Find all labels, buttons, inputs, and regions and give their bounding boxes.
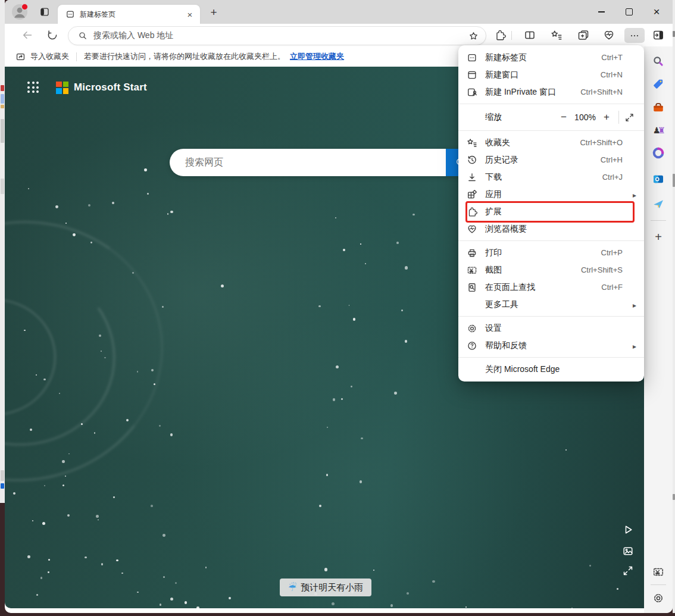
sidebar-shopping-icon[interactable] <box>652 78 664 90</box>
menu-item-downloads[interactable]: 下载 Ctrl+J <box>458 168 644 186</box>
history-icon <box>467 155 477 165</box>
menu-label: 收藏夹 <box>485 137 580 148</box>
menu-label: 打印 <box>485 248 601 258</box>
menu-item-settings[interactable]: 设置 <box>458 320 644 337</box>
back-icon[interactable] <box>21 29 33 41</box>
new-window-icon <box>467 70 477 80</box>
tab-close-icon[interactable] <box>185 9 195 20</box>
close-window-button[interactable] <box>643 0 670 24</box>
sidebar-microsoft365-icon[interactable] <box>652 147 664 159</box>
menu-label: 设置 <box>485 323 635 334</box>
submenu-arrow-icon <box>633 340 636 351</box>
menu-shortcut: Ctrl+T <box>601 53 623 62</box>
favorites-icon <box>467 137 477 148</box>
menu-shortcut: Ctrl+F <box>601 283 623 292</box>
favorite-page-icon[interactable] <box>468 31 479 41</box>
toolbar-divider <box>511 31 512 40</box>
background-image-icon[interactable] <box>622 545 634 557</box>
menu-separator <box>458 316 644 317</box>
zoom-out-button[interactable] <box>556 111 571 123</box>
browser-essentials-icon[interactable] <box>603 29 615 41</box>
workspaces-icon[interactable] <box>39 7 50 17</box>
menu-shortcut: Ctrl+J <box>602 173 623 182</box>
sidebar-drop-icon[interactable] <box>652 198 664 210</box>
sidebar-add-icon[interactable] <box>652 231 664 243</box>
titlebar: 新建标签页 <box>5 0 673 24</box>
menu-item-new-tab[interactable]: 新建标签页 Ctrl+T <box>458 49 644 66</box>
app-launcher-icon[interactable] <box>27 82 39 93</box>
menu-shortcut: Ctrl+P <box>601 248 623 257</box>
menu-item-print[interactable]: 打印 Ctrl+P <box>458 244 644 261</box>
sidebar-search-icon[interactable] <box>652 55 664 67</box>
maximize-button[interactable] <box>615 0 643 24</box>
menu-item-zoom: 缩放 100% <box>458 107 644 127</box>
browser-essentials-icon <box>467 224 477 234</box>
address-bar[interactable]: 搜索或输入 Web 地址 <box>68 26 486 45</box>
sidebar-tools-icon[interactable] <box>652 102 664 114</box>
menu-label: 新建标签页 <box>485 52 601 63</box>
import-favorites-label[interactable]: 导入收藏夹 <box>30 51 69 62</box>
sidebar-games-icon[interactable]: ♟♜ <box>652 124 664 136</box>
download-icon <box>467 172 477 183</box>
menu-label: 截图 <box>485 265 581 276</box>
menu-item-browser-essentials[interactable]: 浏览器概要 <box>458 220 644 237</box>
split-screen-icon[interactable] <box>524 29 536 41</box>
menu-item-history[interactable]: 历史记录 Ctrl+H <box>458 151 644 168</box>
menu-item-extensions[interactable]: 扩展 <box>458 203 644 220</box>
menu-item-new-inprivate-window[interactable]: 新建 InPrivate 窗口 Ctrl+Shift+N <box>458 83 644 101</box>
collections-icon[interactable] <box>577 29 589 41</box>
sidebar-divider <box>651 584 666 585</box>
page-search-placeholder[interactable]: 搜索网页 <box>185 157 446 169</box>
page-search-box[interactable]: 搜索网页 <box>170 149 476 176</box>
weather-badge[interactable]: 预计明天有小雨 <box>280 579 371 596</box>
settings-gear-icon <box>467 323 477 334</box>
sidebar-settings-icon[interactable] <box>652 592 664 604</box>
menu-label: 关闭 Microsoft Edge <box>485 364 635 375</box>
manage-favorites-link[interactable]: 立即管理收藏夹 <box>290 51 344 62</box>
expand-icon[interactable] <box>622 565 634 577</box>
extensions-toolbar-icon[interactable] <box>494 29 506 41</box>
menu-item-help-and-feedback[interactable]: 帮助和反馈 <box>458 337 644 354</box>
print-icon <box>467 248 477 258</box>
background-window-right-sliver <box>673 0 675 613</box>
weather-text: 预计明天有小雨 <box>301 582 363 593</box>
menu-item-more-tools[interactable]: 更多工具 <box>458 296 644 313</box>
menu-label: 扩展 <box>485 207 635 217</box>
menu-label: 缩放 <box>485 112 556 123</box>
minimize-button[interactable] <box>588 0 615 24</box>
profile-avatar[interactable] <box>12 4 27 20</box>
menu-label: 应用 <box>485 189 635 200</box>
new-tab-button[interactable] <box>207 6 220 19</box>
sidebar-screenshot-icon[interactable] <box>652 566 664 578</box>
menu-separator <box>458 104 644 104</box>
import-favorites-icon[interactable] <box>15 52 26 62</box>
address-placeholder[interactable]: 搜索或输入 Web 地址 <box>93 30 468 41</box>
play-video-icon[interactable] <box>622 524 634 536</box>
sidebar-toggle-icon[interactable] <box>652 29 664 41</box>
menu-item-favorites[interactable]: 收藏夹 Ctrl+Shift+O <box>458 134 644 151</box>
menu-shortcut: Ctrl+Shift+S <box>581 265 623 274</box>
settings-and-more-button[interactable] <box>624 28 645 43</box>
edge-sidebar: ♟♜ <box>644 46 673 613</box>
tab-favicon <box>65 10 75 19</box>
tab-new-tab-page[interactable]: 新建标签页 <box>58 5 200 24</box>
menu-label: 在页面上查找 <box>485 282 601 293</box>
menu-label: 更多工具 <box>485 299 635 310</box>
menu-item-apps[interactable]: 应用 <box>458 186 644 203</box>
menu-item-screenshot[interactable]: 截图 Ctrl+Shift+S <box>458 261 644 279</box>
menu-label: 帮助和反馈 <box>485 340 635 351</box>
fullscreen-icon[interactable] <box>624 112 635 123</box>
menu-item-find-on-page[interactable]: 在页面上查找 Ctrl+F <box>458 279 644 296</box>
favorites-icon[interactable] <box>551 29 562 41</box>
sidebar-outlook-icon[interactable] <box>652 173 664 185</box>
menu-item-new-window[interactable]: 新建窗口 Ctrl+N <box>458 66 644 83</box>
menu-item-close-edge[interactable]: 关闭 Microsoft Edge <box>458 361 644 378</box>
screenshot-icon <box>467 265 477 276</box>
find-on-page-icon <box>467 282 477 293</box>
refresh-icon[interactable] <box>46 29 58 41</box>
favbar-hint: 若要进行快速访问，请将你的网址收藏放在此收藏夹栏上。 <box>84 51 285 62</box>
zoom-in-button[interactable] <box>599 111 614 123</box>
brand-title[interactable]: Microsoft Start <box>74 82 147 93</box>
zoom-divider <box>618 111 619 124</box>
menu-shortcut: Ctrl+H <box>601 155 623 164</box>
